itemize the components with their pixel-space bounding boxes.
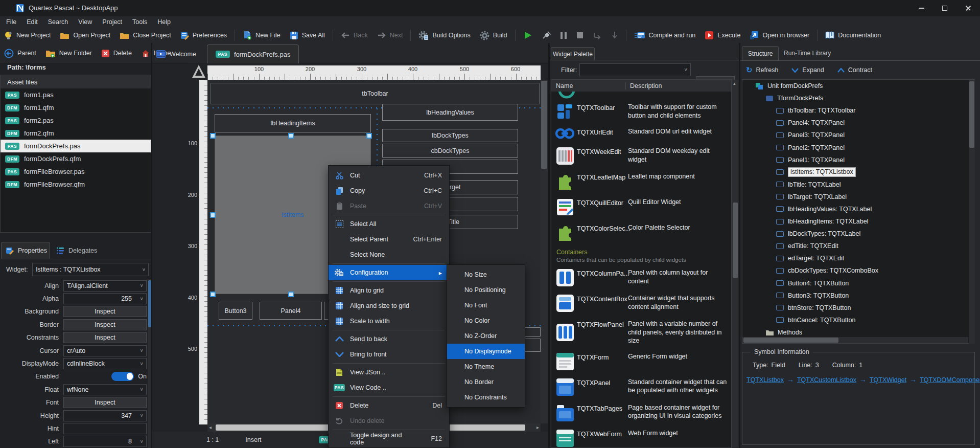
next-button[interactable]: Next	[377, 32, 403, 39]
tree-item[interactable]: Panel1: TQTXPanel	[742, 154, 974, 166]
designer-vscrollbar[interactable]	[541, 80, 548, 423]
tab-properties[interactable]: Properties	[1, 242, 50, 259]
widget-combobox[interactable]: lstItems : TQTXListbox˅	[32, 263, 149, 276]
enabled-toggle[interactable]	[111, 372, 134, 381]
menu-item-view-json[interactable]: View JSon ..	[329, 365, 449, 380]
symbol-link[interactable]: TQTXListbox	[746, 376, 784, 384]
new-folder-button[interactable]: New Folder	[45, 49, 92, 58]
palette-item-contentbox[interactable]: TQTXContentBox Container widget that sup…	[551, 290, 731, 316]
tree-item[interactable]: lbHeadingItems: TQTXLabel	[742, 215, 974, 228]
submenu-item-no-border[interactable]: No Border	[447, 374, 525, 390]
scroll-left-icon[interactable]: ◂	[209, 424, 212, 430]
refresh-button[interactable]: ↻Refresh	[746, 65, 778, 75]
tree-vscrollbar[interactable]	[969, 80, 975, 344]
menu-project[interactable]: Project	[97, 16, 127, 28]
menu-file[interactable]: File	[1, 16, 21, 28]
submenu-item-no-positioning[interactable]: No Positioning	[447, 282, 525, 298]
compile-and-run-button[interactable]: Compile and run	[634, 31, 696, 39]
selection-handle[interactable]	[210, 292, 216, 297]
menu-item-align-to-grid[interactable]: Align to grid	[329, 283, 449, 298]
palette-item-toolbar[interactable]: TQTXToolbar Toolbar with support for cus…	[551, 99, 731, 124]
build-button[interactable]: Build	[480, 31, 507, 40]
parent-folder-button[interactable]: Parent	[4, 49, 36, 58]
step-over-button[interactable]	[593, 31, 602, 39]
open-project-button[interactable]: Open Project	[60, 32, 110, 39]
filter-combobox[interactable]: ˅	[579, 63, 691, 76]
file-row-selected[interactable]: PASformDockPrefs.pas	[1, 140, 151, 152]
palette-item-form[interactable]: TQTXForm Generic Form widget	[551, 349, 731, 374]
delete-file-button[interactable]: Delete	[101, 49, 132, 58]
palette-item-urledit[interactable]: TQTXUrlEdit Standard DOM url edit widget	[551, 124, 731, 143]
scroll-right-icon[interactable]: ▸	[536, 424, 539, 430]
background-inspect-button[interactable]: Inspect	[63, 306, 147, 317]
tab-structure[interactable]: Structure	[742, 46, 779, 60]
file-row[interactable]: DFMformFileBrowser.qfm	[1, 178, 151, 191]
file-row[interactable]: DFMform2.qfm	[1, 127, 151, 140]
palette-item-flowpanel[interactable]: TQTXFlowPanel Panel with a variable numb…	[551, 316, 731, 349]
dock-types-label-widget[interactable]: lbDockTypes	[382, 129, 518, 142]
palette-item-webform[interactable]: TQTXWebForm Web Form widget	[551, 425, 731, 448]
border-inspect-button[interactable]: Inspect	[63, 319, 147, 330]
tree-item[interactable]: lbDockTypes: TQTXLabel	[742, 228, 974, 240]
submenu-item-no-theme[interactable]: No Theme	[447, 359, 525, 374]
menu-item-configuration[interactable]: Configuration▸	[329, 265, 449, 280]
tree-item[interactable]: lbTarget: TQTXLabel	[742, 191, 974, 203]
palette-scrollbar[interactable]: ▴	[732, 80, 738, 447]
menu-item-delete[interactable]: DeleteDel	[329, 398, 449, 413]
tree-item[interactable]: Panel3: TQTXPanel	[742, 129, 974, 141]
button3-widget[interactable]: Button3	[219, 302, 252, 320]
tab-active-file[interactable]: PAS formDockPrefs.pas	[207, 44, 299, 63]
column-name[interactable]: Name	[556, 82, 625, 89]
heading-values-label-widget[interactable]: lbHeadingValues	[382, 104, 518, 121]
submenu-item-no-displaymode[interactable]: No Displaymode	[447, 344, 525, 359]
attach-debugger-button[interactable]	[542, 31, 551, 40]
cursor-select[interactable]: crAuto˅	[63, 345, 147, 356]
selection-handle[interactable]	[210, 133, 216, 139]
file-row[interactable]: DFMformDockPrefs.qfm	[1, 152, 151, 165]
palette-item-colorselector[interactable]: TQTXColorSelec... Color Palette Selector	[551, 220, 731, 245]
tree-item[interactable]: edTitle: TQTXEdit	[742, 240, 974, 252]
close-button[interactable]	[956, 0, 980, 16]
stop-button[interactable]	[576, 32, 584, 39]
tree-item[interactable]: btnStore: TQTXButton	[742, 302, 974, 314]
new-project-button[interactable]: New Project	[4, 31, 51, 40]
palette-item-leafletmap[interactable]: TQTXLeafletMap Leaflet map component	[551, 169, 731, 194]
tree-item[interactable]: Button4: TQTXButton	[742, 277, 974, 289]
tree-hscrollbar[interactable]	[742, 337, 968, 343]
selection-handle[interactable]	[288, 292, 294, 297]
build-options-button[interactable]: Build Options	[418, 31, 470, 40]
minimize-button[interactable]	[909, 0, 933, 16]
palette-item-tabpages[interactable]: TQTXTabPages Page based container widget…	[551, 400, 731, 425]
left-input[interactable]: 8˅	[63, 436, 147, 447]
file-row[interactable]: PASform1.pas	[1, 88, 151, 101]
font-inspect-button[interactable]: Inspect	[63, 397, 147, 408]
symbol-link[interactable]: TQTXDOMComponent	[920, 376, 980, 384]
float-select[interactable]: wfNone˅	[63, 384, 147, 395]
pause-button[interactable]	[560, 32, 567, 39]
menu-item-send-to-back[interactable]: Send to back	[329, 331, 449, 347]
submenu-item-no-size[interactable]: No Size	[447, 267, 525, 282]
contract-button[interactable]: Contract	[837, 66, 872, 74]
heading-items-label-widget[interactable]: lbHeadingItems	[215, 114, 371, 132]
tree-item[interactable]: lbHeadingValues: TQTXLabel	[742, 203, 974, 215]
file-row[interactable]: DFMform1.qfm	[1, 101, 151, 114]
step-into-button[interactable]	[611, 31, 618, 39]
selection-handle[interactable]	[366, 133, 372, 139]
submenu-item-no-zorder[interactable]: No Z-Order	[447, 328, 525, 344]
align-select[interactable]: TAlign.alClient˅	[63, 280, 147, 292]
alpha-input[interactable]: 255˅	[63, 293, 147, 304]
submenu-item-no-font[interactable]: No Font	[447, 298, 525, 313]
palette-item-panel[interactable]: TQTXPanel Standard container widget that…	[551, 374, 731, 400]
tab-welcome[interactable]: Welcome	[156, 50, 196, 58]
displaymode-select[interactable]: cdInlineBlock˅	[63, 358, 147, 369]
menu-tools[interactable]: Tools	[127, 16, 152, 28]
tree-item[interactable]: cbDockTypes: TQTXComboBox	[742, 264, 974, 277]
palette-item-quilleditor[interactable]: TQTXQuillEditor Quill Editor Widget	[551, 194, 731, 220]
submenu-item-no-constraints[interactable]: No Constraints	[447, 390, 525, 405]
save-all-button[interactable]: Save All	[290, 31, 325, 40]
tree-item-unit[interactable]: Unit formDockPrefs	[742, 80, 974, 92]
file-row[interactable]: PASform2.pas	[1, 114, 151, 127]
file-row[interactable]: PASformFileBrowser.pas	[1, 165, 151, 178]
symbol-link[interactable]: TQTXCustomListbox	[797, 376, 856, 384]
open-in-browser-button[interactable]: Open in browser	[750, 31, 809, 40]
